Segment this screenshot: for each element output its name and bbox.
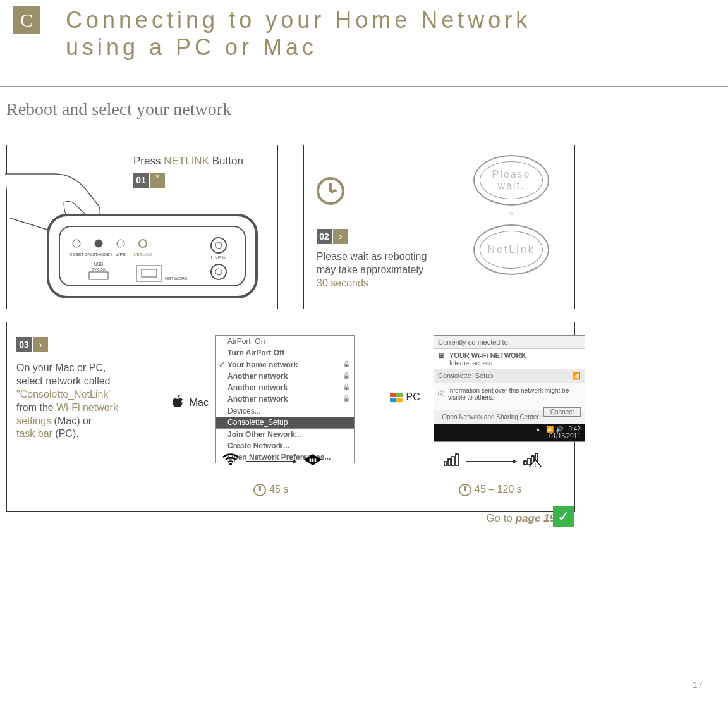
clock-icon: [459, 484, 471, 496]
svg-text:!: !: [535, 462, 537, 467]
arrow-icon: [246, 461, 296, 462]
svg-rect-25: [448, 459, 451, 465]
pc-wait-time: 45 – 120 s: [459, 484, 522, 496]
sub-heading: Reboot and select your network: [6, 99, 722, 120]
pc-wifi-transition: !: [443, 452, 542, 470]
svg-point-2: [73, 240, 80, 247]
network-icon: 🖥: [437, 352, 444, 359]
svg-rect-27: [456, 454, 458, 465]
svg-point-5: [139, 240, 147, 247]
svg-point-21: [229, 463, 232, 465]
svg-rect-24: [444, 462, 447, 465]
menu-network-item: Another network: [216, 382, 354, 393]
menu-create-network: Create Network...: [216, 440, 354, 451]
arrow-icon: [466, 461, 516, 462]
mac-wifi-transition: ▮▮▮: [222, 452, 323, 470]
svg-text:LINE IN: LINE IN: [211, 255, 227, 260]
popup-network-row: Consolette_Setup📶: [434, 369, 585, 383]
signal-bars-icon: [443, 453, 459, 469]
taskbar: ▲ 📶 🔊 9:4201/15/2011: [434, 424, 585, 441]
svg-rect-28: [524, 461, 526, 465]
svg-rect-14: [142, 269, 157, 277]
step-1-label: Press NETLINK Button: [133, 155, 271, 168]
svg-text:RESET: RESET: [69, 252, 84, 257]
svg-text:NETLINK: NETLINK: [133, 252, 152, 257]
popup-header: Currently connected to:: [434, 336, 585, 348]
divider: [0, 86, 728, 87]
svg-rect-26: [452, 457, 454, 465]
svg-rect-12: [89, 272, 108, 279]
popup-info: ⓘ Information sent over this network mig…: [434, 383, 585, 405]
mac-wifi-menu: AirPort: On Turn AirPort Off Your home n…: [171, 335, 361, 463]
svg-text:5V/0.5A: 5V/0.5A: [92, 267, 105, 271]
step-2-card: 02 › Please wait as rebooting may take a…: [303, 145, 575, 309]
step-arrow-icon: ›: [333, 229, 348, 244]
step-3-number: 03: [16, 337, 32, 352]
svg-text:WPS: WPS: [116, 252, 126, 257]
signal-bars-alert-icon: !: [523, 452, 542, 470]
popup-current-network: 🖥 YOUR Wi-Fi NETWORKInternet access: [434, 348, 585, 369]
page-title: Connecting to your Home Network using a …: [66, 6, 531, 61]
svg-point-17: [215, 242, 222, 249]
wifi-icon: [222, 452, 240, 470]
step-3-text: On your Mac or PC, select network called…: [16, 362, 143, 441]
step-arrow-icon: ›: [33, 337, 48, 352]
svg-text:▮▮▮: ▮▮▮: [309, 458, 317, 462]
mac-wait-time: 45 s: [253, 484, 288, 496]
menu-selected-network: Consolette_Setup: [216, 417, 354, 428]
menu-join-other: Join Other Nework...: [216, 429, 354, 440]
section-letter-badge: C: [13, 6, 40, 34]
display-ring-2: NetLink: [473, 224, 549, 275]
svg-text:USB: USB: [94, 262, 104, 266]
menu-network-item: Another network: [216, 393, 354, 405]
device-illustration: RESET ON/STANDBY WPS NETLINK USB 5V/0.5A…: [4, 171, 269, 304]
svg-text:NETWORK: NETWORK: [165, 276, 188, 281]
signal-icon: 📶: [572, 372, 581, 380]
svg-rect-29: [528, 458, 530, 465]
step-1-card: Press NETLINK Button 01 ˅: [6, 145, 278, 309]
menu-network-item: Your home network: [216, 359, 354, 371]
clock-icon: [317, 177, 344, 205]
menu-network-item: Another network: [216, 371, 354, 382]
pc-wifi-popup: Currently connected to: 🖥 YOUR Wi-Fi NET…: [399, 335, 563, 442]
chevron-down-icon: ˅: [454, 211, 568, 224]
menu-airport-status: AirPort: On: [216, 336, 354, 347]
page-number: 17: [676, 670, 703, 699]
step-3-card: 03 › On your Mac or PC, select network c…: [6, 322, 575, 512]
clock-icon: [253, 484, 266, 496]
display-ring-1: Please wait.: [473, 155, 549, 206]
svg-text:ON/STANDBY: ON/STANDBY: [85, 252, 113, 257]
svg-point-4: [117, 240, 124, 247]
connect-button[interactable]: Connect: [543, 407, 581, 417]
step-2-number: 02: [317, 229, 332, 244]
menu-turn-off: Turn AirPort Off: [216, 347, 354, 359]
menu-devices: Devices...: [216, 405, 354, 417]
check-badge-icon: ✓: [553, 506, 574, 527]
wait-text: Please wait as rebooting may take approx…: [317, 250, 437, 290]
wifi-diamond-icon: ▮▮▮: [303, 453, 323, 469]
info-icon: ⓘ: [438, 390, 444, 398]
go-to-page-link[interactable]: Go to page 19: [486, 512, 555, 525]
svg-point-20: [215, 269, 222, 275]
svg-point-3: [95, 240, 102, 247]
